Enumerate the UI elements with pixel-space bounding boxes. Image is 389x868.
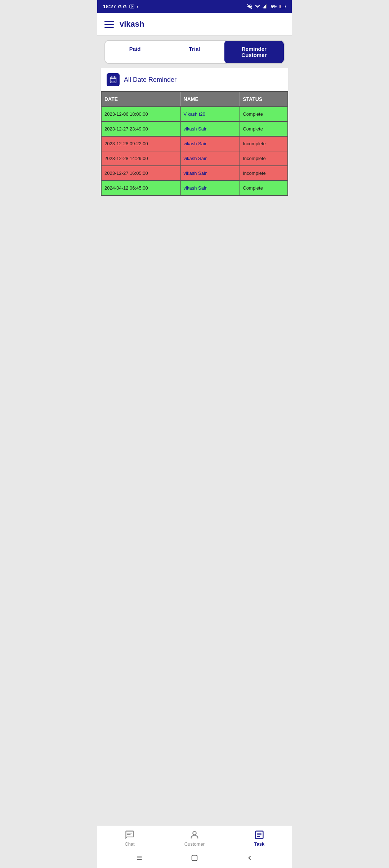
svg-rect-7 bbox=[267, 4, 267, 8]
calendar-icon bbox=[107, 73, 120, 86]
dot-indicator: • bbox=[137, 4, 139, 9]
svg-rect-16 bbox=[111, 80, 112, 80]
row-date: 2023-12-28 09:22:00 bbox=[102, 137, 181, 151]
header-status: STATUS bbox=[240, 92, 287, 106]
battery-icon bbox=[280, 4, 286, 9]
android-recent-button[interactable] bbox=[134, 853, 144, 863]
row-status: Complete bbox=[240, 122, 287, 136]
main-content: Paid Trial ReminderCustomer A bbox=[97, 36, 292, 826]
header-title: vikash bbox=[120, 19, 144, 29]
section-header: All Date Reminder bbox=[101, 68, 288, 91]
row-name[interactable]: vikash Sain bbox=[181, 166, 240, 180]
svg-point-2 bbox=[131, 6, 132, 7]
svg-rect-6 bbox=[265, 5, 266, 8]
row-date: 2023-12-27 16:05:00 bbox=[102, 166, 181, 180]
status-time: 18:27 bbox=[103, 4, 116, 9]
nav-task[interactable]: Task bbox=[227, 830, 292, 847]
svg-rect-5 bbox=[264, 6, 265, 9]
battery-level: 5% bbox=[270, 4, 277, 9]
bottom-nav: Chat Customer Task bbox=[97, 826, 292, 849]
nav-task-label: Task bbox=[254, 841, 265, 847]
header-name: NAME bbox=[181, 92, 240, 106]
table-row: 2023-12-28 09:22:00 vikash Sain Incomple… bbox=[102, 136, 287, 151]
tab-bar: Paid Trial ReminderCustomer bbox=[104, 40, 285, 64]
row-status: Incomplete bbox=[240, 137, 287, 151]
wifi-icon bbox=[255, 4, 260, 9]
task-icon bbox=[254, 830, 264, 840]
photo-icon bbox=[129, 4, 135, 9]
nav-chat[interactable]: Chat bbox=[97, 830, 162, 847]
row-name[interactable]: vikash Sain bbox=[181, 151, 240, 165]
row-date: 2023-12-06 18:00:00 bbox=[102, 107, 181, 121]
svg-rect-9 bbox=[285, 6, 286, 8]
tab-trial[interactable]: Trial bbox=[165, 41, 224, 63]
tab-reminder-customer[interactable]: ReminderCustomer bbox=[224, 41, 284, 63]
nav-customer[interactable]: Customer bbox=[162, 830, 227, 847]
svg-rect-32 bbox=[192, 855, 197, 861]
row-name[interactable]: vikash Sain bbox=[181, 137, 240, 151]
nav-chat-label: Chat bbox=[125, 841, 134, 847]
nav-customer-label: Customer bbox=[184, 841, 205, 847]
table-row: 2023-12-27 16:05:00 vikash Sain Incomple… bbox=[102, 165, 287, 180]
svg-rect-18 bbox=[114, 80, 115, 80]
row-name[interactable]: vikash Sain bbox=[181, 181, 240, 195]
row-status: Incomplete bbox=[240, 151, 287, 165]
svg-rect-4 bbox=[263, 7, 264, 8]
table-header-row: DATE NAME STATUS bbox=[102, 92, 287, 106]
mute-icon bbox=[247, 4, 252, 9]
header-date: DATE bbox=[102, 92, 181, 106]
row-date: 2023-12-27 23:49:00 bbox=[102, 122, 181, 136]
svg-rect-17 bbox=[113, 80, 114, 80]
hamburger-menu[interactable] bbox=[104, 21, 114, 28]
row-status: Complete bbox=[240, 107, 287, 121]
reminder-table: DATE NAME STATUS 2023-12-06 18:00:00 Vik… bbox=[101, 91, 288, 196]
table-row: 2023-12-06 18:00:00 Vikash t20 Complete bbox=[102, 106, 287, 121]
row-date: 2024-04-12 06:45:00 bbox=[102, 181, 181, 195]
row-name[interactable]: Vikash t20 bbox=[181, 107, 240, 121]
android-back-button[interactable] bbox=[245, 853, 255, 863]
customer-icon bbox=[189, 830, 200, 840]
tab-paid[interactable]: Paid bbox=[105, 41, 165, 63]
svg-point-24 bbox=[193, 832, 196, 835]
row-status: Incomplete bbox=[240, 166, 287, 180]
svg-rect-21 bbox=[114, 81, 115, 81]
svg-rect-19 bbox=[111, 81, 112, 81]
table-row: 2023-12-27 23:49:00 vikash Sain Complete bbox=[102, 121, 287, 136]
row-name[interactable]: vikash Sain bbox=[181, 122, 240, 136]
section-title: All Date Reminder bbox=[124, 76, 176, 84]
android-home-button[interactable] bbox=[189, 853, 200, 863]
status-indicators: G G bbox=[118, 4, 127, 9]
row-status: Complete bbox=[240, 181, 287, 195]
table-row: 2024-04-12 06:45:00 vikash Sain Complete bbox=[102, 180, 287, 195]
status-bar: 18:27 G G • 5% bbox=[97, 0, 292, 13]
android-nav-bar bbox=[97, 849, 292, 868]
table-row: 2023-12-28 14:29:00 vikash Sain Incomple… bbox=[102, 151, 287, 165]
header: vikash bbox=[97, 13, 292, 36]
signal-icon bbox=[263, 4, 268, 9]
row-date: 2023-12-28 14:29:00 bbox=[102, 151, 181, 165]
chat-icon bbox=[125, 830, 135, 840]
section-header-container: All Date Reminder DATE NAME STATUS 2023-… bbox=[101, 68, 288, 196]
svg-rect-20 bbox=[113, 81, 114, 81]
